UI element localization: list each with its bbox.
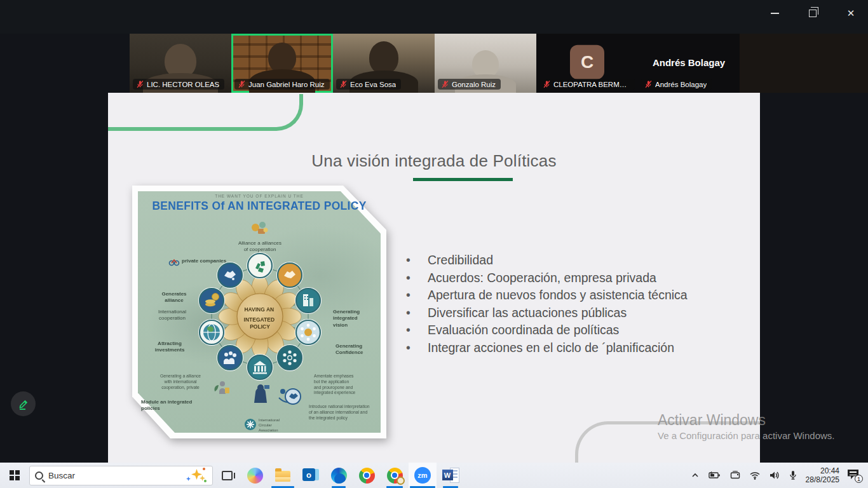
file-explorer-button[interactable] <box>269 463 297 488</box>
bullet-item: Acuerdos: Cooperación, empresa privada <box>405 269 767 287</box>
video-tile-eva[interactable]: Eco Eva Sosa <box>333 34 435 93</box>
wifi-icon[interactable] <box>749 470 761 480</box>
label-generating-alliance: Generating a alliance with international… <box>149 374 212 390</box>
label-generating-confidence: Generating Confidence <box>336 343 380 356</box>
video-tile-gonzalo[interactable]: Gonzalo Ruiz <box>435 34 536 93</box>
node-handshake-orange-icon <box>276 262 303 288</box>
cast-display-icon[interactable] <box>729 470 741 480</box>
bullet-item: Evaluación coordinada de políticas <box>405 322 767 339</box>
close-button[interactable]: ✕ <box>839 4 863 23</box>
handshake-circle-icon <box>279 389 301 404</box>
participant-name-pill: CLEOPATRA BERMUD... <box>539 79 635 90</box>
slide-title: Una visión integrada de Políticas <box>108 151 760 171</box>
edge-button[interactable] <box>325 463 353 488</box>
alliance-cluster-icon <box>252 222 268 234</box>
file-explorer-icon <box>275 471 290 482</box>
label-footer-logo: International Circular Association <box>259 418 303 433</box>
node-bank-icon <box>247 354 273 381</box>
participant-display-name: Andrés Bolagay <box>638 57 740 67</box>
participant-name: Eco Eva Sosa <box>350 81 396 88</box>
infographic-page: HAVING AN INTEGATED POLICY <box>132 186 386 438</box>
window-titlebar: ✕ <box>0 0 868 34</box>
zoom-app-button[interactable]: zm <box>409 463 437 488</box>
restore-icon <box>809 10 817 17</box>
video-tile-cleopatra[interactable]: C CLEOPATRA BERMUD... <box>536 34 638 93</box>
label-alliance-cooperation: Alliance a alliances of cooperation <box>209 240 311 254</box>
system-tray: 20:44 28/8/2025 1 <box>690 466 868 484</box>
copilot-button[interactable] <box>241 463 269 488</box>
participant-name-pill: Andrés Bolagay <box>641 79 712 90</box>
slide-green-curve-decoration <box>108 94 303 131</box>
tray-expand-chevron-icon[interactable] <box>690 470 700 480</box>
node-building-icon <box>295 287 322 314</box>
person-flag-icon <box>254 384 269 403</box>
label-international-cooperation: International cooperation <box>150 309 194 322</box>
participant-silhouette <box>369 41 398 74</box>
participant-name: LIC. HECTOR OLEAS <box>147 81 219 88</box>
video-tile-juan-active-speaker[interactable]: Juan Gabriel Haro Ruiz <box>231 34 333 93</box>
zoom-meeting-window: ✕ LIC. HECTOR OLEAS Juan Gabriel Haro Ru… <box>0 0 868 488</box>
copilot-icon <box>247 468 263 484</box>
chrome-button[interactable] <box>353 463 381 488</box>
edge-icon <box>331 468 347 484</box>
participant-name-pill: Juan Gabriel Haro Ruiz <box>234 79 330 90</box>
windows-activation-watermark-subtitle: Ve a Configuración para activar Windows. <box>658 430 834 441</box>
bullet-item: Credibilidad <box>405 252 767 269</box>
outlook-icon: o <box>302 468 319 483</box>
windows-logo-icon <box>10 470 20 480</box>
minimize-button[interactable] <box>763 4 787 23</box>
tray-time: 20:44 <box>806 466 839 475</box>
muted-mic-icon <box>543 80 551 88</box>
word-button[interactable]: W <box>437 463 465 488</box>
word-icon: W <box>442 468 459 483</box>
notification-badge: 1 <box>855 475 863 483</box>
video-tile-andres[interactable]: Andrés Bolagay Andrés Bolagay <box>638 34 740 93</box>
video-tile-hector[interactable]: LIC. HECTOR OLEAS <box>130 34 231 93</box>
muted-mic-icon <box>136 80 144 88</box>
search-placeholder: Buscar <box>48 471 180 480</box>
infographic-title: BENEFITS Of AN INTEGRATED POLICY <box>132 200 386 213</box>
task-view-button[interactable] <box>213 463 241 488</box>
node-people-ring-icon <box>276 344 303 371</box>
bullet-item: Apertura de nuevos fondos y asistencia t… <box>405 287 767 304</box>
participant-name: CLEOPATRA BERMUD... <box>553 81 630 88</box>
microphone-icon[interactable] <box>789 470 797 480</box>
label-generates-alliance: Generates alliance <box>155 291 193 304</box>
zoom-app-icon: zm <box>414 467 431 484</box>
muted-mic-icon <box>441 80 449 88</box>
avatar: C <box>570 44 604 79</box>
clock[interactable]: 20:44 28/8/2025 <box>806 466 839 484</box>
start-button[interactable] <box>0 463 29 488</box>
node-globe-icon <box>198 319 225 346</box>
restore-button[interactable] <box>801 4 825 23</box>
outlook-button[interactable]: o <box>297 463 325 488</box>
notification-center-button[interactable]: 1 <box>848 469 862 482</box>
node-confidence-icon <box>295 319 322 346</box>
chrome-profile-icon <box>387 468 403 484</box>
chrome-icon <box>359 468 375 484</box>
minimize-icon <box>771 13 779 14</box>
participant-name: Andrés Bolagay <box>655 81 707 88</box>
video-strip-empty-area <box>740 34 868 93</box>
windows-taskbar: Buscar o <box>0 463 868 488</box>
annotate-pencil-button[interactable] <box>11 391 36 416</box>
label-note-right-1: Amentate emphases bot the application an… <box>314 374 381 396</box>
shared-screen-slide: Una visión integrada de Políticas <box>108 93 760 463</box>
battery-icon[interactable] <box>709 470 721 480</box>
infographic-kicker: THE WANT YOU OF EXPLAIN U THE <box>132 194 386 198</box>
tray-date: 28/8/2025 <box>806 475 839 484</box>
copilot-sparkles-icon <box>186 467 207 484</box>
taskbar-search-box[interactable]: Buscar <box>29 466 213 485</box>
node-recycle-icon <box>247 252 273 279</box>
search-icon <box>35 471 43 480</box>
chrome-profile-button[interactable] <box>381 463 409 488</box>
volume-icon[interactable] <box>769 470 780 480</box>
label-attracting-investments: Attracting investments <box>147 341 192 354</box>
footer-logo-icon <box>245 419 256 430</box>
bullet-item: Diversificar las actuaciones públicas <box>405 304 767 322</box>
task-view-icon <box>222 471 233 480</box>
muted-mic-icon <box>238 80 246 88</box>
participant-silhouette <box>268 43 296 73</box>
participant-name-pill: Eco Eva Sosa <box>336 79 401 90</box>
pencil-icon <box>17 398 30 410</box>
